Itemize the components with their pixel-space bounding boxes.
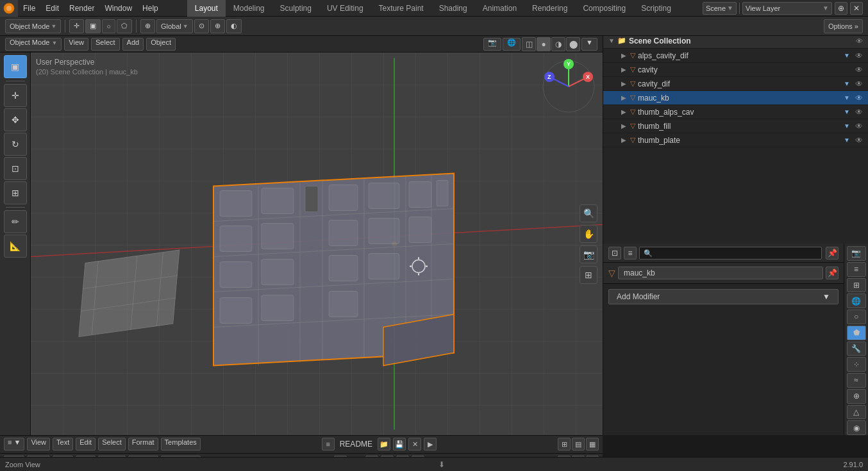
- te1-view-btn[interactable]: View: [27, 438, 50, 450]
- shade-wireframe[interactable]: ◫: [522, 37, 536, 51]
- props-tab-render[interactable]: 📷: [847, 246, 866, 261]
- tab-compositing[interactable]: Compositing: [575, 0, 633, 17]
- transform-orient[interactable]: Global ▼: [156, 19, 193, 33]
- snap-to[interactable]: ⊕: [140, 19, 155, 33]
- camera-nav-btn[interactable]: 📷: [580, 245, 597, 263]
- tab-modeling[interactable]: Modeling: [226, 0, 272, 17]
- quad-view-btn[interactable]: ⊞: [580, 266, 597, 284]
- vp-camera-btn[interactable]: 📷: [483, 38, 501, 51]
- zoom-in-btn[interactable]: 🔍: [580, 204, 597, 222]
- nav-gizmo[interactable]: X Y Z: [540, 58, 597, 115]
- proportional-edit[interactable]: ◐: [226, 19, 242, 33]
- props-tab-physics[interactable]: ≈: [847, 373, 866, 388]
- menu-render[interactable]: Render: [64, 0, 99, 17]
- viewport-3d[interactable]: User Perspective (20) Scene Collection |…: [31, 53, 603, 435]
- menu-window[interactable]: Window: [99, 0, 137, 17]
- snap-btn[interactable]: ⊕: [210, 19, 225, 33]
- lt-rotate[interactable]: ↻: [4, 133, 27, 156]
- vp-object-btn[interactable]: Object: [146, 38, 176, 51]
- te1-doc-icon[interactable]: ≡: [322, 438, 335, 450]
- shade-options[interactable]: ▼: [581, 38, 597, 51]
- select-box-tool[interactable]: ▣: [85, 19, 101, 33]
- outliner-item-alps-cavity-dif[interactable]: ▶ ▽ alps_cavity_dif ▼ 👁: [603, 49, 868, 63]
- props-object-name-input[interactable]: [618, 267, 823, 279]
- tab-sculpting[interactable]: Sculpting: [272, 0, 319, 17]
- te1-templates-btn[interactable]: Templates: [161, 438, 201, 450]
- props-tab-view-layer[interactable]: ⊞: [847, 278, 866, 293]
- te1-run-btn[interactable]: ▶: [424, 438, 437, 450]
- vp-view-btn[interactable]: View: [64, 38, 88, 51]
- toolbar-mode-selector[interactable]: Object Mode ▼: [5, 19, 61, 33]
- visibility-alps[interactable]: 👁: [855, 51, 863, 60]
- te1-close-btn[interactable]: ✕: [408, 438, 421, 450]
- vp-add-btn[interactable]: Add: [122, 38, 144, 51]
- pivot[interactable]: ⊙: [194, 19, 209, 33]
- te1-layout2[interactable]: ▤: [572, 438, 585, 450]
- options-btn[interactable]: Options »: [824, 19, 863, 33]
- select-lasso-tool[interactable]: ⬠: [117, 19, 132, 33]
- select-circle-tool[interactable]: ○: [102, 19, 115, 33]
- props-pin2-btn[interactable]: 📌: [826, 267, 839, 279]
- props-tab-particles[interactable]: ⁘: [847, 357, 866, 372]
- te1-text-btn[interactable]: Text: [53, 438, 73, 450]
- visibility-mauc-kb[interactable]: 👁: [855, 94, 863, 103]
- props-tab-constraints[interactable]: ⊕: [847, 389, 866, 404]
- props-tab-scene[interactable]: 🌐: [847, 293, 866, 308]
- props-tab-object[interactable]: ⬟: [847, 326, 866, 340]
- tab-rendering[interactable]: Rendering: [524, 0, 575, 17]
- lt-annotate[interactable]: ✏: [4, 210, 27, 233]
- visibility-cavity[interactable]: 👁: [855, 65, 863, 74]
- props-tab-output[interactable]: ≡: [847, 262, 866, 277]
- te1-edit-btn[interactable]: Edit: [76, 438, 96, 450]
- visibility-thumb-fill[interactable]: 👁: [855, 122, 863, 131]
- props-tab-world[interactable]: ○: [847, 310, 866, 324]
- vp-lock-btn[interactable]: 🌐: [503, 38, 521, 51]
- outliner-item-mauc-kb[interactable]: ▶ ▽ mauc_kb ▼ 👁: [603, 91, 868, 105]
- cursor-tool[interactable]: ✛: [69, 19, 84, 33]
- te1-save-btn[interactable]: 💾: [393, 438, 406, 450]
- lt-cursor[interactable]: ✛: [4, 84, 27, 107]
- add-modifier-btn[interactable]: Add Modifier ▼: [608, 289, 839, 304]
- lt-move[interactable]: ✥: [4, 108, 27, 131]
- close-scene-btn[interactable]: ✕: [850, 2, 863, 15]
- lt-scale[interactable]: ⊡: [4, 157, 27, 180]
- shade-material[interactable]: ◑: [551, 37, 565, 51]
- te1-mode-btn[interactable]: ≡ ▼: [4, 438, 24, 450]
- props-pin-btn[interactable]: 📌: [826, 247, 839, 260]
- tab-animation[interactable]: Animation: [475, 0, 524, 17]
- props-tab-modifier[interactable]: 🔧: [847, 342, 866, 356]
- outliner-item-cavity[interactable]: ▶ ▽ cavity 👁: [603, 63, 868, 77]
- te1-format-btn[interactable]: Format: [128, 438, 158, 450]
- tab-texture-paint[interactable]: Texture Paint: [371, 0, 431, 17]
- lt-transform[interactable]: ⊞: [4, 181, 27, 204]
- te1-select-btn[interactable]: Select: [98, 438, 126, 450]
- menu-help[interactable]: Help: [137, 0, 163, 17]
- tab-scripting[interactable]: Scripting: [633, 0, 679, 17]
- te1-layout1[interactable]: ⊞: [558, 438, 571, 450]
- visibility-thumb-plate[interactable]: 👁: [855, 136, 863, 145]
- te1-open-btn[interactable]: 📁: [378, 438, 390, 450]
- outliner-item-cavity-dif[interactable]: ▶ ▽ cavity_dif ▼ 👁: [603, 77, 868, 91]
- props-mode-btn[interactable]: ⊡: [608, 247, 621, 260]
- view-layer-dropdown-icon[interactable]: ▼: [822, 4, 829, 12]
- props-tab-data[interactable]: △: [847, 405, 866, 420]
- shade-render[interactable]: ⬤: [566, 37, 580, 51]
- props-search[interactable]: [639, 247, 822, 260]
- tab-shading[interactable]: Shading: [431, 0, 475, 17]
- hand-btn[interactable]: ✋: [580, 225, 597, 243]
- scene-dropdown-icon[interactable]: ▼: [727, 4, 733, 12]
- props-display-btn[interactable]: ≡: [624, 247, 637, 260]
- vp-select-btn[interactable]: Select: [91, 38, 120, 51]
- visibility-cavity-dif[interactable]: 👁: [855, 79, 863, 88]
- visibility-thumb-alps-cav[interactable]: 👁: [855, 108, 863, 117]
- copy-scene-btn[interactable]: ⊕: [835, 2, 847, 15]
- lt-measure[interactable]: 📐: [4, 235, 27, 258]
- vp-mode-btn[interactable]: Object Mode ▼: [5, 38, 62, 51]
- tab-layout[interactable]: Layout: [187, 0, 226, 17]
- collection-eye-icon[interactable]: 👁: [856, 37, 863, 45]
- outliner-item-thumb-alps-cav[interactable]: ▶ ▽ thumb_alps_cav ▼ 👁: [603, 105, 868, 119]
- tab-uv-editing[interactable]: UV Editing: [319, 0, 371, 17]
- props-tab-material[interactable]: ◉: [847, 420, 866, 435]
- menu-edit[interactable]: Edit: [40, 0, 64, 17]
- shade-solid[interactable]: ●: [537, 37, 551, 51]
